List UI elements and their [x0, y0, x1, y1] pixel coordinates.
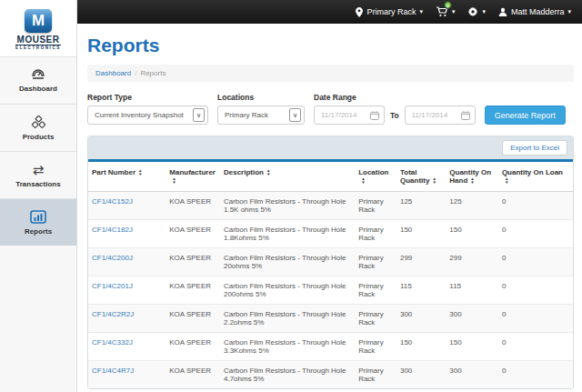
- date-range-label: Date Range: [314, 93, 566, 102]
- quantity-on-hand-cell: 150: [446, 220, 498, 248]
- sidebar-item-label: Products: [23, 133, 55, 141]
- generate-report-button[interactable]: Generate Report: [485, 106, 566, 125]
- manufacturer-cell: KOA SPEER: [166, 220, 220, 248]
- col-header-total-quantity[interactable]: Total Quantity▲▼: [396, 162, 446, 192]
- table-row: CF1/4C182J KOA SPEER Carbon Film Resisto…: [88, 220, 573, 248]
- quantity-on-loan-cell: 0: [498, 361, 573, 389]
- location-cell: Primary Rack: [355, 305, 396, 333]
- description-cell: Carbon Film Resistors - Through Hole 20o…: [220, 248, 355, 276]
- location-cell: Primary Rack: [355, 248, 396, 276]
- breadcrumb-separator: /: [135, 69, 136, 77]
- quantity-on-loan-cell: 0: [498, 305, 573, 333]
- locations-value: Primary Rack: [225, 111, 268, 119]
- col-header-quantity-on-hand[interactable]: Quantity On Hand▲▼: [446, 162, 498, 192]
- settings-dropdown[interactable]: ▾: [467, 6, 486, 17]
- report-type-label: Report Type: [87, 93, 208, 102]
- page-title: Reports: [87, 35, 574, 56]
- sidebar-item-label: Dashboard: [19, 85, 57, 93]
- quantity-on-hand-cell: 115: [446, 276, 498, 305]
- col-header-manufacturer[interactable]: Manufacturer▲▼: [166, 162, 220, 192]
- mouser-logo[interactable]: M MOUSER ELECTRONICS: [0, 0, 76, 56]
- date-from-input[interactable]: 11/17/2014: [314, 106, 385, 125]
- table-row: CF1/4C4R7J KOA SPEER Carbon Film Resisto…: [88, 361, 573, 389]
- topbar: Primary Rack ▾ 0 ▾ ▾ Matt: [77, 0, 582, 24]
- mouser-logo-monogram: M: [25, 9, 52, 33]
- table-row: CF1/4C201J KOA SPEER Carbon Film Resisto…: [88, 276, 573, 305]
- cart-dropdown[interactable]: 0 ▾: [436, 6, 456, 17]
- quantity-on-loan-cell: 0: [498, 248, 573, 276]
- description-cell: Carbon Film Resistors - Through Hole 3.3…: [220, 333, 355, 361]
- location-dropdown[interactable]: Primary Rack ▾: [356, 7, 423, 17]
- sidebar-item-products[interactable]: Products: [0, 104, 76, 151]
- sort-icon: ▲▼: [266, 169, 270, 176]
- description-cell: Carbon Film Resistors - Through Hole 200…: [220, 276, 355, 305]
- cubes-icon: [31, 116, 46, 129]
- manufacturer-cell: KOA SPEER: [166, 248, 220, 276]
- quantity-on-hand-cell: 300: [446, 361, 498, 389]
- part-number-link[interactable]: CF1/4C201J: [92, 282, 133, 290]
- date-range-field: Date Range 11/17/2014 To 11/17: [314, 93, 566, 125]
- quantity-on-loan-cell: 0: [498, 276, 573, 305]
- chevron-down-icon: ▾: [482, 8, 486, 15]
- sort-icon: ▲▼: [361, 177, 365, 184]
- part-number-link[interactable]: CF1/4C332J: [92, 338, 133, 347]
- sidebar: M MOUSER ELECTRONICS Dashboard: [0, 0, 77, 392]
- total-quantity-cell: 300: [396, 305, 446, 333]
- report-type-select[interactable]: Current Inventory Snapshot ∨: [87, 106, 208, 125]
- map-marker-icon: [356, 7, 363, 17]
- chevron-down-icon: ▾: [419, 8, 423, 15]
- select-caret-icon: ∨: [289, 108, 301, 122]
- date-to-input[interactable]: 11/17/2014: [405, 106, 476, 125]
- manufacturer-cell: KOA SPEER: [166, 276, 220, 305]
- total-quantity-cell: 300: [396, 361, 446, 389]
- locations-label: Locations: [217, 93, 305, 102]
- manufacturer-cell: KOA SPEER: [166, 361, 220, 389]
- breadcrumb-dashboard-link[interactable]: Dashboard: [95, 69, 131, 77]
- chevron-down-icon: ▾: [452, 8, 456, 15]
- table-header-row: Part Number▲▼ Manufacturer▲▼ Description…: [88, 162, 573, 192]
- col-header-quantity-on-loan[interactable]: Quantity On Loan▲▼: [498, 162, 573, 192]
- manufacturer-cell: KOA SPEER: [166, 333, 220, 361]
- table-row: CF1/4C152J KOA SPEER Carbon Film Resisto…: [88, 192, 573, 220]
- quantity-on-loan-cell: 0: [498, 220, 573, 248]
- col-header-description[interactable]: Description▲▼: [220, 162, 355, 192]
- report-type-value: Current Inventory Snapshot: [95, 111, 184, 119]
- quantity-on-loan-cell: 0: [498, 333, 573, 361]
- gear-icon: [467, 6, 478, 17]
- col-header-location[interactable]: Location▲▼: [355, 162, 396, 192]
- sidebar-item-reports[interactable]: Reports: [0, 198, 76, 246]
- sidebar-nav: Dashboard Products ⇄ Transactions: [0, 56, 76, 246]
- calendar-icon: [461, 111, 470, 120]
- brand-name: MOUSER: [17, 35, 60, 45]
- part-number-link[interactable]: CF1/4C2R2J: [92, 310, 134, 318]
- results-panel: Export to Excel Part Number▲▼ Manufactur…: [87, 136, 574, 389]
- location-cell: Primary Rack: [355, 192, 396, 220]
- table-row: CF1/4C2R2J KOA SPEER Carbon Film Resisto…: [88, 305, 573, 333]
- col-header-part-number[interactable]: Part Number▲▼: [88, 162, 166, 192]
- part-number-link[interactable]: CF1/4C200J: [92, 254, 133, 262]
- sidebar-item-transactions[interactable]: ⇄ Transactions: [0, 151, 76, 198]
- description-cell: Carbon Film Resistors - Through Hole 4.7…: [220, 361, 355, 389]
- export-to-excel-button[interactable]: Export to Excel: [502, 140, 567, 156]
- breadcrumb: Dashboard/Reports: [87, 65, 574, 82]
- quantity-on-hand-cell: 300: [446, 305, 498, 333]
- date-from-value: 11/17/2014: [321, 111, 356, 119]
- part-number-link[interactable]: CF1/4C152J: [92, 197, 133, 206]
- sort-icon: ▲▼: [432, 177, 436, 184]
- locations-select[interactable]: Primary Rack ∨: [217, 106, 305, 125]
- panel-header: Export to Excel: [88, 136, 573, 159]
- description-cell: Carbon Film Resistors - Through Hole 1.8…: [220, 220, 355, 248]
- quantity-on-hand-cell: 299: [446, 248, 498, 276]
- sidebar-item-dashboard[interactable]: Dashboard: [0, 56, 76, 104]
- breadcrumb-current: Reports: [140, 69, 166, 77]
- user-menu[interactable]: Matt Madderra ▾: [498, 7, 571, 16]
- sort-icon: ▲▼: [470, 177, 474, 184]
- part-number-link[interactable]: CF1/4C4R7J: [92, 367, 134, 375]
- total-quantity-cell: 125: [396, 192, 446, 220]
- part-number-link[interactable]: CF1/4C182J: [92, 226, 133, 234]
- sidebar-item-label: Transactions: [15, 180, 60, 188]
- total-quantity-cell: 115: [396, 276, 446, 305]
- cart-count-badge: 0: [444, 1, 452, 9]
- table-row: CF1/4C200J KOA SPEER Carbon Film Resisto…: [88, 248, 573, 276]
- location-cell: Primary Rack: [355, 361, 396, 389]
